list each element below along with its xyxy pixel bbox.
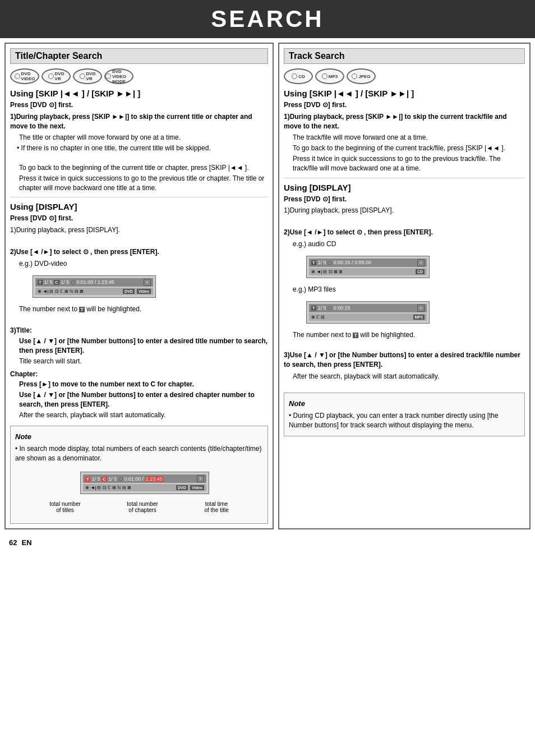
disc-icon-dvd-video: DVDVIDEO	[10, 68, 39, 84]
right-disc-icons: CD MP3 JPEG	[284, 68, 525, 84]
left-display-top: T 1/ 5 C 1/ 5 0:01:00 / 1:23:45 +	[35, 278, 153, 287]
right-note-text: • During CD playback, you can enter a tr…	[289, 411, 520, 430]
disc-icon-mp3: MP3	[315, 68, 344, 84]
right-step1-detail2: To go back to the beginning of the curre…	[293, 144, 525, 153]
right-step1-detail1: The track/file will move forward one at …	[293, 133, 525, 142]
ann-total-chapters: total numberof chapters	[127, 501, 158, 513]
left-panel: Title/Chapter Search DVDVIDEO DVDVR DVDV…	[4, 43, 274, 529]
left-step1-bullet: If there is no chapter in one title, the…	[21, 144, 268, 153]
left-step1-detail: The title or chapter will move forward b…	[19, 133, 268, 142]
left-diagram: T 1/ 5 C 1/ 5 0:01:00 / 1:23:45 + ⊕ ◄| ⊟…	[26, 468, 252, 513]
left-press-first: Press [DVD ⊙] first.	[10, 100, 268, 110]
right-using-skip-title: Using [SKIP |◄◄ ] / [SKIP ►►| ]	[284, 89, 525, 98]
ann-total-titles: total numberof titles	[49, 501, 81, 513]
right-press-display-first: Press [DVD ⊙] first.	[284, 195, 525, 204]
left-title-sub: 3)Title:	[10, 326, 268, 335]
left-note-box: Note • In search mode display, total num…	[10, 426, 268, 524]
left-note-text: • In search mode display, total numbers …	[15, 444, 263, 463]
disc-icon-cd: CD	[284, 68, 313, 84]
right-highlight-note: The number next to T will be highlighted…	[293, 330, 525, 340]
left-step1-twice: Press it twice in quick successions to g…	[19, 174, 268, 193]
right-cd-display-top: T 1/ 5 0:00:15 / 0:05:00 +	[309, 259, 427, 267]
right-panel: Track Search CD MP3 JPEG Using [SKIP |◄◄…	[278, 43, 531, 529]
right-step1-display: 1)During playback, press [DISPLAY].	[284, 206, 525, 215]
right-note-box: Note • During CD playback, you can enter…	[284, 393, 525, 436]
page-lang: EN	[21, 538, 31, 547]
left-title-use: Use [▲ / ▼] or [the Number buttons] to e…	[19, 336, 268, 356]
left-after-search: After the search, playback will start au…	[19, 411, 268, 420]
left-using-display-title: Using [DISPLAY]	[10, 202, 268, 211]
left-diagram-top: T 1/ 5 C 1/ 5 0:01:00 / 1:23:45 +	[83, 474, 206, 483]
right-note-title: Note	[289, 399, 520, 409]
left-step1-bold: 1)During playback, press [SKIP ►►|] to s…	[10, 112, 268, 131]
right-mp3-display-box: T 1/ 5 0:00:15 + ⊕ ℂ ⊟ MP3	[295, 298, 525, 327]
right-step1-bold: 1)During playback, press [SKIP ►►|] to s…	[284, 112, 525, 131]
left-title-search-start: Title search will start.	[19, 357, 268, 366]
right-mp3-display-top: T 1/ 5 0:00:15 +	[309, 304, 427, 312]
left-note-title: Note	[15, 432, 263, 442]
right-step1-detail3: Press it twice in quick successions to g…	[293, 154, 525, 173]
right-mp3-display-bottom: ⊕ ℂ ⊟ MP3	[309, 314, 427, 321]
left-disc-icons: DVDVIDEO DVDVR DVDVR DVDVIDEO MODE	[10, 68, 268, 84]
disc-icon-dvd-vr: DVDVR	[41, 68, 71, 84]
left-step2-display: 2)Use [◄ /►] to select ⊙ , then press [E…	[10, 247, 268, 257]
right-cd-display-bottom: ⊕ ◄| ⊟ ⊡ ⊠ ⊞ CD	[309, 268, 427, 275]
left-chapter-section: Chapter: Press [►] to move to the number…	[10, 370, 268, 420]
right-step2-display: 2)Use [◄ /►] to select ⊙ , then press [E…	[284, 228, 525, 237]
left-press-display-first: Press [DVD ⊙] first.	[10, 214, 268, 223]
disc-icon-jpeg: JPEG	[347, 68, 376, 84]
ann-total-time: total timeof the title	[204, 501, 228, 513]
left-display-box: T 1/ 5 C 1/ 5 0:01:00 / 1:23:45 + ⊕ ◄| ⊟…	[21, 272, 268, 301]
right-eg-audio: e.g.) audio CD	[293, 239, 525, 249]
left-diagram-bottom: ⊕ ◄| ⊟ ⊡ ℂ ⊞ ℕ ⊟ ⊠ DVD Video	[83, 484, 206, 491]
disc-icon-dvd-video-mode: DVDVIDEO MODE	[104, 68, 133, 84]
disc-icon-dvd-vr2: DVDVR	[73, 68, 102, 84]
left-highlight-note: The number next to T will be highlighted…	[19, 305, 268, 314]
left-chapter-press: Press [►] to move to the number next to …	[19, 380, 268, 389]
right-step3-bold: 3)Use [▲ / ▼] or [the Number buttons] to…	[284, 351, 525, 370]
left-chapter-sub: Chapter:	[10, 370, 268, 379]
left-title-section: 3)Title: Use [▲ / ▼] or [the Number butt…	[10, 326, 268, 366]
right-eg-mp3: e.g.) MP3 files	[293, 285, 525, 294]
left-eg-dvd: e.g.) DVD-video	[19, 259, 268, 269]
left-display-bottom: ⊕ ◄| ⊟ ⊡ ℂ ⊞ ℕ ⊟ ⊠ DVD Video	[35, 288, 153, 295]
page-number: 62	[9, 538, 17, 547]
right-press-first: Press [DVD ⊙] first.	[284, 100, 525, 110]
left-diagram-annotations: total numberof titles total numberof cha…	[26, 501, 252, 513]
right-cd-display-box: T 1/ 5 0:00:15 / 0:05:00 + ⊕ ◄| ⊟ ⊡ ⊠ ⊞ …	[295, 252, 525, 282]
left-step1-back: To go back to the beginning of the curre…	[19, 163, 268, 173]
right-using-display-title: Using [DISPLAY]	[284, 183, 525, 192]
page-header: SEARCH	[0, 0, 535, 38]
left-section-title: Title/Chapter Search	[10, 48, 268, 64]
left-using-skip-title: Using [SKIP |◄◄ ] / [SKIP ►►| ]	[10, 89, 268, 98]
left-chapter-use: Use [▲ / ▼] or [the Number buttons] to e…	[19, 390, 268, 409]
left-step1-display: 1)During playback, press [DISPLAY].	[10, 225, 268, 235]
main-title: SEARCH	[0, 6, 535, 33]
right-after-search: After the search, playback will start au…	[293, 372, 525, 381]
page-footer: 62 EN	[0, 534, 535, 551]
right-section-title: Track Search	[284, 48, 525, 64]
